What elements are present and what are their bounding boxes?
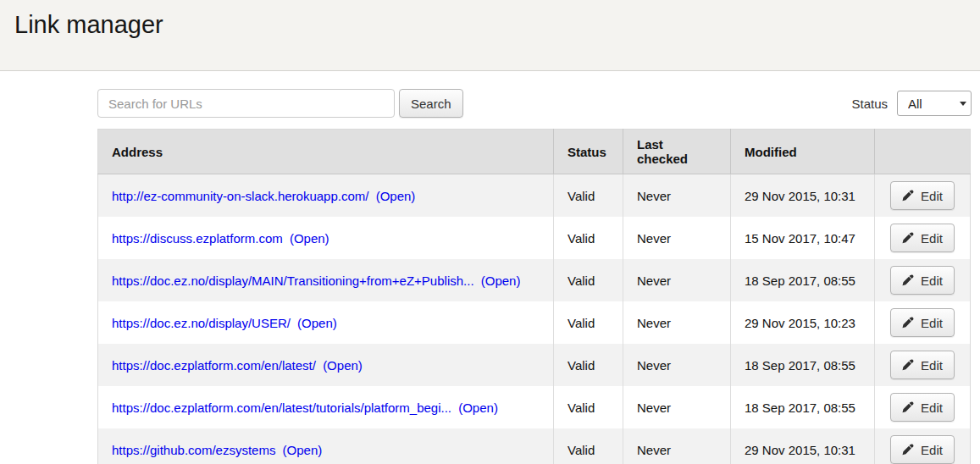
address-cell: https://doc.ezplatform.com/en/latest/ (O… xyxy=(98,344,554,386)
status-cell: Valid xyxy=(554,386,623,428)
edit-button-label: Edit xyxy=(921,400,943,415)
actions-cell: Edit xyxy=(875,428,971,464)
edit-button-label: Edit xyxy=(921,358,943,373)
modified-cell: 18 Sep 2017, 08:55 xyxy=(731,386,875,428)
pencil-icon xyxy=(902,444,914,456)
status-select[interactable]: All xyxy=(897,91,972,116)
url-link[interactable]: https://doc.ezplatform.com/en/latest/ xyxy=(112,358,316,373)
open-link[interactable]: (Open) xyxy=(376,189,416,203)
pencil-icon xyxy=(902,274,914,286)
edit-button-label: Edit xyxy=(921,189,943,203)
actions-cell: Edit xyxy=(875,344,971,386)
address-cell: https://github.com/ezsystems (Open) xyxy=(98,428,554,464)
actions-cell: Edit xyxy=(875,217,971,259)
column-header-modified: Modified xyxy=(731,130,875,174)
open-link[interactable]: (Open) xyxy=(323,358,363,373)
status-cell: Valid xyxy=(554,344,623,386)
edit-button-label: Edit xyxy=(921,231,943,246)
table-row: https://github.com/ezsystems (Open) Vali… xyxy=(98,428,971,464)
status-filter-label: Status xyxy=(851,97,888,111)
column-header-status: Status xyxy=(554,130,623,174)
edit-button-label: Edit xyxy=(921,316,943,330)
modified-cell: 29 Nov 2015, 10:31 xyxy=(731,174,875,218)
last-checked-cell: Never xyxy=(623,386,731,428)
url-link[interactable]: https://discuss.ezplatform.com xyxy=(112,231,283,246)
url-link[interactable]: https://doc.ez.no/display/MAIN/Transitio… xyxy=(112,273,474,288)
edit-button-label: Edit xyxy=(921,273,943,288)
actions-cell: Edit xyxy=(875,174,971,218)
search-button[interactable]: Search xyxy=(399,89,463,118)
url-link[interactable]: https://github.com/ezsystems xyxy=(112,443,275,457)
status-cell: Valid xyxy=(554,259,623,301)
actions-cell: Edit xyxy=(875,386,971,428)
edit-button[interactable]: Edit xyxy=(890,224,955,252)
pencil-icon xyxy=(902,232,914,244)
table-row: https://discuss.ezplatform.com (Open) Va… xyxy=(98,217,971,259)
open-link[interactable]: (Open) xyxy=(290,231,329,246)
last-checked-cell: Never xyxy=(623,344,731,386)
table-row: http://ez-community-on-slack.herokuapp.c… xyxy=(98,174,971,218)
pencil-icon xyxy=(902,401,914,413)
address-cell: https://doc.ezplatform.com/en/latest/tut… xyxy=(98,386,554,428)
toolbar: Search Status All xyxy=(97,89,972,118)
status-filter-group: Status All xyxy=(851,91,972,116)
main-content: Search Status All Address Status Last ch… xyxy=(97,89,972,464)
open-link[interactable]: (Open) xyxy=(283,443,323,457)
url-link[interactable]: https://doc.ezplatform.com/en/latest/tut… xyxy=(112,400,451,415)
page-title: Link manager xyxy=(14,12,980,39)
last-checked-cell: Never xyxy=(623,174,731,218)
url-table-header: Address Status Last checked Modified xyxy=(98,130,971,174)
edit-button[interactable]: Edit xyxy=(890,181,955,210)
url-link[interactable]: http://ez-community-on-slack.herokuapp.c… xyxy=(112,189,368,203)
open-link[interactable]: (Open) xyxy=(458,400,498,415)
modified-cell: 18 Sep 2017, 08:55 xyxy=(731,344,875,386)
address-cell: https://doc.ez.no/display/USER/ (Open) xyxy=(98,301,554,344)
address-cell: https://doc.ez.no/display/MAIN/Transitio… xyxy=(98,259,554,301)
edit-button-label: Edit xyxy=(921,443,943,457)
pencil-icon xyxy=(902,317,914,329)
actions-cell: Edit xyxy=(875,301,971,344)
status-select-wrap: All xyxy=(897,91,972,116)
last-checked-cell: Never xyxy=(623,301,731,344)
url-link[interactable]: https://doc.ez.no/display/USER/ xyxy=(112,316,291,330)
edit-button[interactable]: Edit xyxy=(890,308,955,337)
address-cell: http://ez-community-on-slack.herokuapp.c… xyxy=(98,174,554,218)
modified-cell: 29 Nov 2015, 10:23 xyxy=(731,301,875,344)
last-checked-cell: Never xyxy=(623,259,731,301)
actions-cell: Edit xyxy=(875,259,971,301)
search-input[interactable] xyxy=(97,89,395,118)
url-table-body: http://ez-community-on-slack.herokuapp.c… xyxy=(98,174,971,464)
top-header-bar: Link manager xyxy=(0,0,980,71)
pencil-icon xyxy=(902,190,914,202)
open-link[interactable]: (Open) xyxy=(297,316,337,330)
edit-button[interactable]: Edit xyxy=(890,351,955,379)
column-header-actions xyxy=(875,130,971,174)
pencil-icon xyxy=(902,359,914,371)
table-row: https://doc.ezplatform.com/en/latest/tut… xyxy=(98,386,971,428)
column-header-last-checked: Last checked xyxy=(623,130,731,174)
edit-button[interactable]: Edit xyxy=(890,266,955,295)
modified-cell: 29 Nov 2015, 10:31 xyxy=(731,428,875,464)
column-header-address: Address xyxy=(98,130,554,174)
edit-button[interactable]: Edit xyxy=(890,435,955,464)
status-cell: Valid xyxy=(554,428,623,464)
status-cell: Valid xyxy=(554,174,623,218)
last-checked-cell: Never xyxy=(623,428,731,464)
last-checked-cell: Never xyxy=(623,217,731,259)
address-cell: https://discuss.ezplatform.com (Open) xyxy=(98,217,554,259)
status-cell: Valid xyxy=(554,217,623,259)
status-cell: Valid xyxy=(554,301,623,344)
edit-button[interactable]: Edit xyxy=(890,393,955,422)
modified-cell: 18 Sep 2017, 08:55 xyxy=(731,259,875,301)
table-row: https://doc.ez.no/display/MAIN/Transitio… xyxy=(98,259,971,301)
table-row: https://doc.ezplatform.com/en/latest/ (O… xyxy=(98,344,971,386)
url-table: Address Status Last checked Modified htt… xyxy=(97,129,971,464)
open-link[interactable]: (Open) xyxy=(481,273,521,288)
modified-cell: 15 Nov 2017, 10:47 xyxy=(731,217,875,259)
table-row: https://doc.ez.no/display/USER/ (Open) V… xyxy=(98,301,971,344)
